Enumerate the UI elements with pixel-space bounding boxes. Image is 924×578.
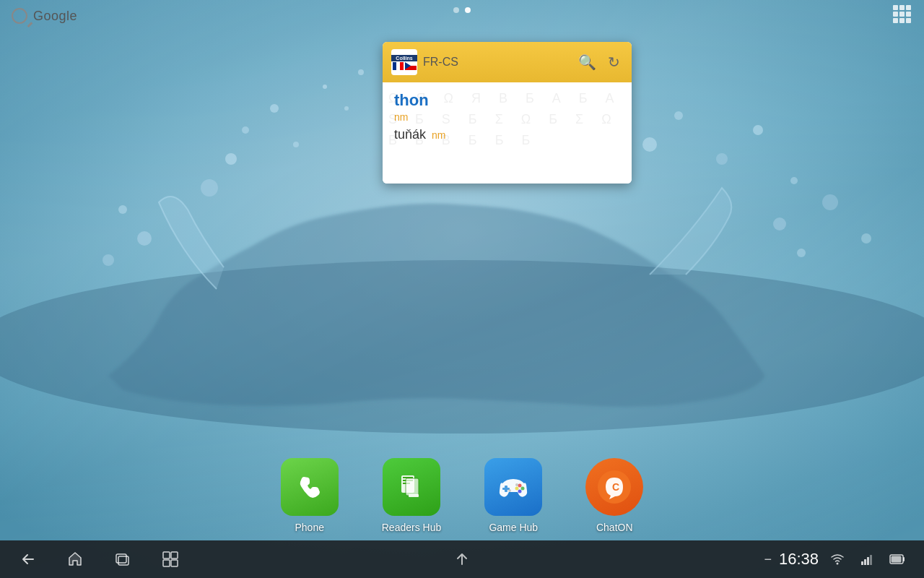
svg-rect-62: [861, 561, 863, 565]
up-button[interactable]: [450, 547, 474, 571]
svg-point-24: [323, 85, 327, 89]
back-button[interactable]: [14, 546, 40, 572]
svg-point-12: [790, 177, 798, 184]
svg-point-51: [508, 489, 511, 492]
svg-point-48: [521, 487, 525, 491]
dict-headword: thon: [394, 91, 620, 110]
readers-hub-label: Readers Hub: [382, 522, 442, 533]
svg-rect-34: [899, 12, 905, 17]
dict-header: Collins FR-CS 🔍 ↻: [383, 42, 632, 82]
battery-minus: −: [764, 552, 772, 567]
dict-translation-row: tuňák nm: [394, 127, 620, 142]
svg-point-52: [515, 483, 518, 486]
page-dot-1[interactable]: [453, 7, 459, 13]
game-hub-icon: [484, 458, 542, 516]
svg-point-7: [642, 137, 657, 152]
app-dock: Phone Readers Hub: [0, 458, 924, 540]
svg-point-49: [518, 490, 522, 493]
signal-icon: [856, 548, 878, 570]
svg-rect-55: [116, 554, 126, 563]
nav-left-buttons: [14, 546, 183, 572]
dock-item-chaton[interactable]: C ChatON: [585, 458, 643, 533]
dict-logo-text: Collins: [391, 55, 417, 61]
dict-body: Ω Я Ω Я В Б А Б А S Б S Б Σ Ω Б Σ Ω B Б …: [383, 82, 632, 184]
top-bar: Google: [0, 0, 924, 32]
dock-item-phone[interactable]: Phone: [281, 458, 339, 533]
svg-rect-31: [899, 5, 905, 10]
google-label: Google: [33, 9, 77, 24]
dock-item-readers-hub[interactable]: Readers Hub: [382, 458, 442, 533]
svg-point-4: [201, 179, 218, 197]
status-area: − 16:38: [764, 548, 910, 571]
svg-rect-59: [163, 560, 170, 566]
apps-grid-button[interactable]: [892, 4, 912, 27]
svg-rect-30: [893, 5, 898, 10]
home-button[interactable]: [62, 546, 88, 572]
svg-rect-60: [171, 560, 178, 566]
svg-rect-37: [899, 18, 905, 23]
screenshot-button[interactable]: [157, 546, 183, 572]
french-flag: [393, 62, 404, 70]
svg-rect-32: [906, 5, 911, 10]
nav-center: [450, 547, 474, 571]
dict-flags: [393, 62, 417, 70]
svg-rect-68: [892, 556, 902, 563]
svg-rect-57: [163, 552, 170, 558]
svg-point-22: [822, 194, 838, 210]
svg-point-61: [837, 563, 839, 565]
dict-translation-type: nm: [432, 129, 445, 141]
czech-flag: [405, 62, 417, 70]
chaton-label: ChatON: [596, 522, 633, 533]
svg-point-20: [773, 217, 786, 230]
svg-point-21: [797, 249, 806, 257]
svg-point-2: [225, 153, 237, 165]
dict-search-button[interactable]: 🔍: [575, 52, 599, 72]
svg-rect-46: [502, 488, 510, 490]
dict-logo: Collins: [391, 49, 417, 75]
svg-rect-58: [171, 552, 178, 558]
navigation-bar: − 16:38: [0, 540, 924, 578]
dict-refresh-button[interactable]: ↻: [605, 52, 623, 72]
svg-rect-36: [893, 18, 898, 23]
recents-button[interactable]: [110, 546, 136, 572]
svg-point-11: [753, 125, 763, 135]
svg-point-17: [137, 231, 152, 246]
svg-point-9: [716, 153, 728, 165]
status-bar: 16:38: [779, 550, 819, 569]
svg-point-25: [358, 69, 364, 75]
svg-rect-65: [870, 555, 872, 565]
svg-rect-38: [906, 18, 911, 23]
phone-label: Phone: [295, 522, 324, 533]
svg-point-28: [344, 106, 349, 111]
svg-rect-33: [893, 12, 898, 17]
battery-icon: [885, 548, 910, 570]
dict-translation: tuňák: [394, 127, 426, 142]
dict-word-type: nm: [394, 111, 620, 123]
svg-rect-44: [409, 494, 419, 497]
dict-language-pair: FR-CS: [423, 56, 570, 69]
game-hub-label: Game Hub: [489, 522, 538, 533]
page-indicators: [453, 7, 471, 13]
svg-point-23: [861, 233, 871, 243]
svg-rect-56: [118, 556, 128, 565]
svg-point-5: [270, 104, 279, 113]
svg-point-47: [518, 484, 522, 488]
clock: 16:38: [779, 550, 819, 569]
svg-point-19: [103, 254, 114, 266]
svg-rect-63: [864, 559, 866, 565]
svg-rect-43: [406, 478, 419, 496]
wifi-icon: [826, 548, 849, 571]
phone-icon: [281, 458, 339, 516]
svg-point-50: [515, 487, 519, 491]
svg-point-6: [293, 142, 299, 147]
svg-text:C: C: [612, 481, 619, 493]
svg-point-8: [674, 111, 683, 120]
svg-rect-64: [867, 557, 869, 565]
page-dot-2[interactable]: [465, 7, 471, 13]
dock-item-game-hub[interactable]: Game Hub: [484, 458, 542, 533]
google-search-bar[interactable]: Google: [12, 8, 77, 24]
svg-point-18: [118, 205, 127, 214]
svg-rect-67: [903, 557, 905, 561]
dictionary-widget: Collins FR-CS 🔍 ↻ Ω Я Ω Я В Б А Б А S Б …: [383, 42, 632, 184]
search-icon: [12, 8, 27, 24]
